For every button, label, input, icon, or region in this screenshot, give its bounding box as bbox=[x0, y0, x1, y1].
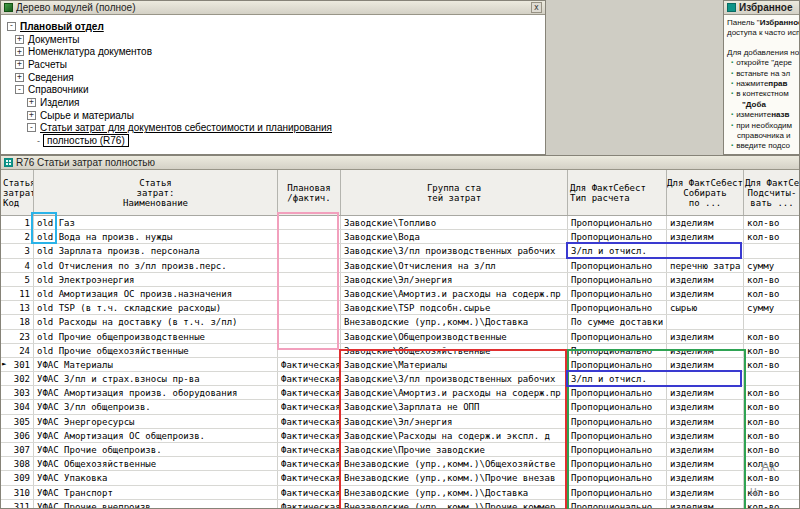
table-row[interactable]: 308УФАС ОбщехозяйственныеФактическаяВнез… bbox=[1, 457, 799, 471]
table-cell[interactable]: old Расходы на доставку (в т.ч. з/пл) bbox=[34, 315, 278, 328]
table-cell[interactable] bbox=[667, 315, 744, 328]
table-cell[interactable]: Внезаводские (упр.,комм.)\Прочие внезав bbox=[341, 471, 568, 484]
tree-item-label[interactable]: Плановый отдел bbox=[20, 21, 104, 32]
table-row[interactable]: 13old TSP (в т.ч. складские расходы)Заво… bbox=[1, 301, 799, 315]
tree-item-label[interactable]: Документы bbox=[28, 34, 80, 45]
table-cell[interactable]: Пропорционально bbox=[568, 301, 667, 314]
table-cell[interactable]: Заводские\Расходы на содерж.и экспл. д bbox=[341, 429, 568, 442]
table-cell[interactable]: old Вода на произв. нужды bbox=[34, 230, 278, 243]
table-cell[interactable]: Фактическая bbox=[278, 486, 341, 499]
table-cell[interactable] bbox=[278, 216, 341, 229]
table-cell[interactable]: изделиям bbox=[667, 386, 744, 399]
table-row[interactable]: 18old Расходы на доставку (в т.ч. з/пл)В… bbox=[1, 315, 799, 329]
table-cell[interactable]: Фактическая bbox=[278, 443, 341, 456]
tree-item[interactable]: +Документы bbox=[1, 33, 545, 46]
table-row[interactable]: 1old ГазЗаводские\ТопливоПропорционально… bbox=[1, 216, 799, 230]
table-row[interactable]: 24old Прочие общехозяйственныеЗаводские\… bbox=[1, 344, 799, 358]
table-cell[interactable]: Фактическая bbox=[278, 386, 341, 399]
table-cell[interactable]: 307 bbox=[1, 443, 34, 456]
table-cell[interactable]: Пропорционально bbox=[568, 443, 667, 456]
table-cell[interactable] bbox=[278, 301, 341, 314]
table-cell[interactable]: Заводские\Общехозяйственные bbox=[341, 344, 568, 357]
table-cell[interactable]: З/пл и отчисл. bbox=[568, 244, 667, 257]
table-cell[interactable] bbox=[278, 287, 341, 300]
table-cell[interactable]: изделиям bbox=[667, 471, 744, 484]
table-cell[interactable]: Пропорционально bbox=[568, 287, 667, 300]
table-cell[interactable]: кол-во bbox=[744, 415, 799, 428]
table-cell[interactable]: З/пл и отчисл. bbox=[568, 372, 667, 385]
table-cell[interactable]: сумму bbox=[744, 259, 799, 272]
table-cell[interactable]: 309 bbox=[1, 471, 34, 484]
table-cell[interactable]: 311 bbox=[1, 500, 34, 508]
table-cell[interactable]: изделиям bbox=[667, 358, 744, 371]
table-cell[interactable]: изделиям bbox=[667, 500, 744, 508]
table-cell[interactable]: Фактическая bbox=[278, 457, 341, 470]
tree-item-label[interactable]: Сведения bbox=[28, 72, 74, 83]
table-row[interactable]: 23old Прочие общепроизводственныеЗаводск… bbox=[1, 330, 799, 344]
table-cell[interactable]: Пропорционально bbox=[568, 500, 667, 508]
tree-item-label[interactable]: Статьи затрат для документов себестоимос… bbox=[40, 122, 332, 133]
collapse-icon[interactable]: - bbox=[27, 123, 36, 132]
tree-item-label[interactable]: Расчеты bbox=[28, 59, 67, 70]
table-row[interactable]: ►301УФАС МатериалыФактическаяЗаводские\М… bbox=[1, 358, 799, 372]
table-cell[interactable]: old Электроэнергия bbox=[34, 273, 278, 286]
table-cell[interactable]: old Прочие общепроизводственные bbox=[34, 330, 278, 343]
tree-item-label[interactable]: Справочники bbox=[28, 84, 89, 95]
table-cell[interactable]: Пропорционально bbox=[568, 415, 667, 428]
expand-icon[interactable]: + bbox=[27, 98, 36, 107]
table-cell[interactable]: изделиям bbox=[667, 330, 744, 343]
table-cell[interactable]: Фактическая bbox=[278, 500, 341, 508]
table-cell[interactable]: 303 bbox=[1, 386, 34, 399]
tree-item[interactable]: -полностью (R76) bbox=[1, 134, 545, 147]
table-cell[interactable] bbox=[278, 344, 341, 357]
table-cell[interactable]: Пропорционально bbox=[568, 344, 667, 357]
table-cell[interactable]: УФАС Транспорт bbox=[34, 486, 278, 499]
module-tree-titlebar[interactable]: Дерево модулей (полное) x bbox=[1, 1, 545, 15]
table-cell[interactable] bbox=[744, 315, 799, 328]
tree-item[interactable]: -Плановый отдел bbox=[1, 20, 545, 33]
table-cell[interactable]: кол-во bbox=[744, 230, 799, 243]
tree-item[interactable]: +Расчеты bbox=[1, 58, 545, 71]
column-header[interactable]: Группа статей затрат bbox=[341, 170, 568, 215]
table-cell[interactable]: УФАС Амортизация произв. оборудования bbox=[34, 386, 278, 399]
tree-item[interactable]: -Справочники bbox=[1, 83, 545, 96]
table-row[interactable]: 302УФАС З/пл и страх.взносы пр-ваФактиче… bbox=[1, 372, 799, 386]
expand-icon[interactable]: + bbox=[15, 35, 24, 44]
table-cell[interactable]: изделиям bbox=[667, 216, 744, 229]
table-cell[interactable]: Заводские\Материалы bbox=[341, 358, 568, 371]
expand-icon[interactable]: + bbox=[15, 47, 24, 56]
table-cell[interactable]: УФАС Прочие общепроизв. bbox=[34, 443, 278, 456]
table-cell[interactable]: Внезаводские (упр.,комм.)\Доставка bbox=[341, 486, 568, 499]
table-cell[interactable]: Внезаводские (упр.,комм.)\Доставка bbox=[341, 315, 568, 328]
table-cell[interactable] bbox=[278, 330, 341, 343]
table-cell[interactable]: 23 bbox=[1, 330, 34, 343]
table-row[interactable]: 5old ЭлектроэнергияЗаводские\Эл/энергияП… bbox=[1, 273, 799, 287]
table-cell[interactable]: 2 bbox=[1, 230, 34, 243]
column-header[interactable]: Статьязатрат:Наименование bbox=[34, 170, 278, 215]
table-cell[interactable]: Пропорционально bbox=[568, 457, 667, 470]
collapse-icon[interactable]: - bbox=[7, 22, 16, 31]
table-cell[interactable] bbox=[278, 273, 341, 286]
tree-item[interactable]: +Сведения bbox=[1, 71, 545, 84]
tree-item-label[interactable]: Изделия bbox=[40, 97, 79, 108]
table-cell[interactable]: Заводские\TSP подсобн.сырье bbox=[341, 301, 568, 314]
table-cell[interactable]: изделиям bbox=[667, 486, 744, 499]
table-cell[interactable]: кол-во bbox=[744, 273, 799, 286]
table-cell[interactable]: изделиям bbox=[667, 429, 744, 442]
table-cell[interactable]: Пропорционально bbox=[568, 259, 667, 272]
table-cell[interactable]: Пропорционально bbox=[568, 216, 667, 229]
table-cell[interactable]: перечню затра bbox=[667, 259, 744, 272]
table-cell[interactable]: Заводские\Зарплата не ОПП bbox=[341, 400, 568, 413]
table-row[interactable]: 309УФАС УпаковкаФактическаяВнезаводские … bbox=[1, 471, 799, 485]
table-cell[interactable]: Внезаводские (упр.,комм.)\Прочие коммер bbox=[341, 500, 568, 508]
column-header[interactable]: Для ФактСебестСобиратьпо ... bbox=[667, 170, 744, 215]
table-cell[interactable]: 5 bbox=[1, 273, 34, 286]
table-cell[interactable]: Заводские\Топливо bbox=[341, 216, 568, 229]
table-cell[interactable]: УФАС Амортизация ОС общепроизв. bbox=[34, 429, 278, 442]
table-cell[interactable]: Фактическая bbox=[278, 429, 341, 442]
table-cell[interactable]: УФАС Упаковка bbox=[34, 471, 278, 484]
table-cell[interactable] bbox=[667, 244, 744, 257]
table-cell[interactable]: Пропорционально bbox=[568, 358, 667, 371]
table-cell[interactable]: Заводские\Вода bbox=[341, 230, 568, 243]
table-cell[interactable]: 11 bbox=[1, 287, 34, 300]
